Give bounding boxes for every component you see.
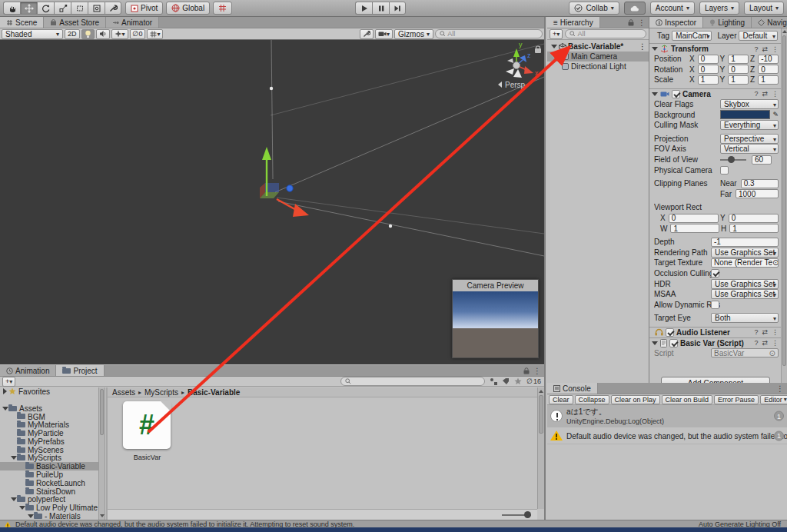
collapse-button[interactable]: Collapse [575, 395, 609, 404]
collapse-icon[interactable] [27, 514, 34, 518]
collab-dropdown[interactable]: Collab▾ [569, 2, 619, 15]
tree-item-myparticle[interactable]: MyParticle [0, 429, 98, 437]
scene-hidden-count[interactable]: ∅0 [130, 29, 146, 39]
position-y-field[interactable]: 1 [728, 55, 749, 64]
tree-item-polyperfect[interactable]: polyperfect [0, 496, 98, 504]
console-log-entry[interactable]: aは1です。UnityEngine.Debug:Log(Object) 1 [547, 405, 787, 427]
tree-item-low-poly-ultimate-pack[interactable]: Low Poly Ultimate Pack [0, 504, 98, 512]
scene-search-field[interactable] [435, 29, 543, 38]
tab-animator[interactable]: Animator [106, 17, 159, 28]
global-toggle-button[interactable]: Global [166, 2, 210, 15]
object-picker-icon[interactable]: ⊙ [772, 258, 779, 267]
hidden-assets-count[interactable]: ∅16 [526, 377, 541, 385]
asset-name-label[interactable]: BasicVar [111, 454, 184, 461]
audio-listener-enabled-checkbox[interactable] [666, 328, 674, 337]
culling-mask-dropdown[interactable]: Everything▾ [720, 120, 779, 130]
hierarchy-search-field[interactable] [565, 29, 646, 38]
component-menu-icon[interactable]: ⋮ [772, 45, 779, 53]
create-asset-dropdown[interactable]: +▾ [2, 377, 15, 387]
status-bar[interactable]: Default audio device was changed, but th… [0, 520, 787, 527]
project-content-area[interactable]: Assets▸ MyScripts▸ Basic-Variable # Basi… [108, 387, 537, 520]
tab-asset-store[interactable]: Asset Store [44, 17, 106, 28]
fov-field[interactable]: 60 [752, 155, 772, 165]
help-icon[interactable]: ? [754, 45, 758, 53]
step-button[interactable] [389, 2, 406, 15]
tab-lighting[interactable]: Lighting [703, 17, 752, 28]
tree-item-basic-variable[interactable]: Basic-Variable [0, 462, 98, 470]
clear-button[interactable]: Clear [549, 395, 573, 404]
clear-on-build-button[interactable]: Clear on Build [662, 395, 713, 404]
search-by-type-icon[interactable] [490, 377, 497, 385]
tab-hierarchy[interactable]: ≡Hierarchy [547, 17, 600, 28]
layout-dropdown[interactable]: Layout▾ [744, 2, 784, 15]
snap-settings-button[interactable] [213, 2, 232, 15]
layer-dropdown[interactable]: Default▾ [739, 31, 778, 41]
scene-tools-button[interactable] [360, 29, 374, 39]
hierarchy-search-input[interactable] [577, 30, 642, 38]
grid-visibility-dropdown[interactable]: ▾ [147, 29, 163, 39]
collapse-icon[interactable] [2, 407, 8, 411]
scroll-down-icon[interactable] [100, 514, 105, 517]
scene-camera-settings-dropdown[interactable]: ▾ [375, 29, 393, 39]
help-icon[interactable]: ? [754, 339, 758, 347]
rotation-y-field[interactable]: 0 [728, 65, 749, 74]
search-by-label-icon[interactable] [502, 377, 510, 385]
transform-header[interactable]: Transform ?⇄⋮ [649, 43, 781, 54]
scroll-up-icon[interactable] [539, 390, 543, 393]
presets-icon[interactable]: ⇄ [762, 328, 768, 336]
2d-toggle[interactable]: 2D [65, 29, 80, 39]
clear-on-play-button[interactable]: Clear on Play [611, 395, 660, 404]
lock-icon[interactable] [523, 367, 530, 374]
rotate-tool-icon[interactable] [37, 2, 54, 15]
viewport-w-field[interactable]: 1 [670, 224, 719, 233]
component-menu-icon[interactable]: ⋮ [772, 339, 779, 347]
expand-icon[interactable] [2, 388, 8, 394]
editor-dropdown[interactable]: Editor▾ [760, 395, 787, 404]
panel-menu-icon[interactable]: ⋮ [776, 384, 784, 393]
msaa-dropdown[interactable]: Use Graphics Set▾ [711, 289, 779, 299]
transform-tool-icon[interactable] [88, 2, 105, 15]
tree-scrollbar[interactable] [98, 387, 105, 520]
create-object-dropdown[interactable]: +▾ [550, 29, 563, 39]
scroll-up-icon[interactable] [782, 30, 787, 33]
tab-inspector[interactable]: Inspector [649, 17, 703, 28]
add-component-button[interactable]: Add Component [661, 377, 770, 383]
help-icon[interactable]: ? [754, 90, 758, 98]
foldout-icon[interactable] [652, 341, 658, 345]
tab-animation[interactable]: Animation [0, 365, 56, 376]
help-icon[interactable]: ? [754, 328, 758, 336]
presets-icon[interactable]: ⇄ [762, 90, 768, 98]
target-eye-dropdown[interactable]: Both▾ [711, 313, 779, 323]
fov-slider[interactable] [720, 159, 746, 161]
tab-project[interactable]: Project [56, 365, 104, 376]
move-tool-icon[interactable] [20, 2, 37, 15]
hdr-dropdown[interactable]: Use Graphics Set▾ [711, 279, 779, 289]
auto-generate-lighting-status[interactable]: Auto Generate Lighting Off [699, 520, 784, 528]
tree-item-assets[interactable]: Assets [0, 404, 98, 413]
scene-header-row[interactable]: Basic-Variable* ⋮ [547, 42, 649, 52]
collapse-icon[interactable] [10, 456, 17, 460]
rotation-z-field[interactable]: 0 [758, 65, 779, 74]
shading-mode-dropdown[interactable]: Shaded▾ [2, 29, 63, 39]
collapse-icon[interactable] [10, 497, 17, 501]
breadcrumb-basic-variable[interactable]: Basic-Variable [188, 388, 240, 397]
collapse-icon[interactable] [550, 45, 557, 48]
tree-item-mymaterials[interactable]: MyMaterials [0, 421, 98, 429]
tab-navigation[interactable]: Navig [752, 17, 787, 28]
far-field[interactable]: 1000 [736, 189, 779, 198]
script-component-header[interactable]: Basic Var (Script) ?⇄⋮ [649, 337, 781, 348]
position-z-field[interactable]: -10 [758, 55, 779, 64]
tree-item-myprefabs[interactable]: MyPrefabs [0, 437, 98, 446]
breadcrumb-myscripts[interactable]: MyScripts [144, 388, 178, 397]
scene-viewport[interactable]: y x z Persp Camera Preview [0, 40, 544, 364]
error-pause-button[interactable]: Error Pause [714, 395, 759, 404]
tree-item-rocketlaunch[interactable]: RocketLaunch [0, 479, 98, 487]
hand-tool-icon[interactable] [3, 2, 20, 15]
projection-dropdown[interactable]: Perspective▾ [720, 134, 779, 144]
inspector-scrollbar[interactable] [781, 28, 787, 383]
near-field[interactable]: 0.3 [741, 179, 779, 188]
background-color-swatch[interactable] [720, 110, 770, 119]
depth-field[interactable]: -1 [711, 238, 779, 247]
hierarchy-item-main-camera[interactable]: Main Camera [547, 52, 649, 62]
camera-header[interactable]: Camera ?⇄⋮ [649, 88, 781, 99]
